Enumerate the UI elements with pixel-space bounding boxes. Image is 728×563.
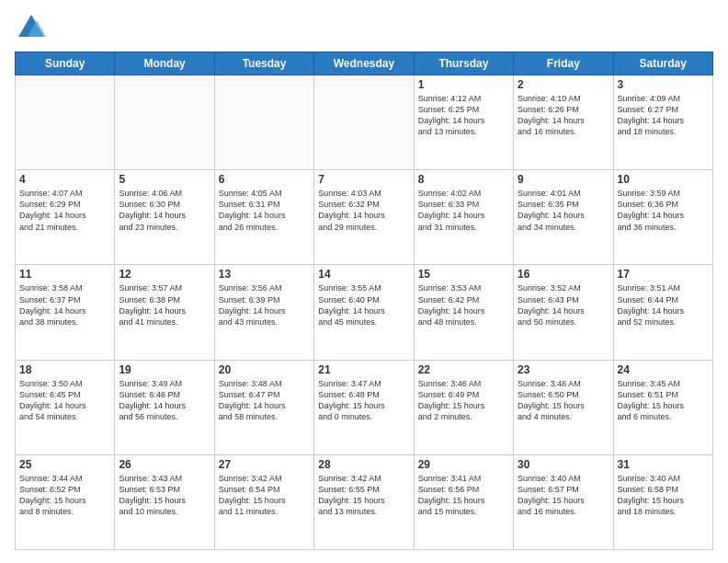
day-header-thursday: Thursday	[414, 52, 513, 75]
day-cell: 2Sunrise: 4:10 AM Sunset: 6:26 PM Daylig…	[514, 75, 613, 170]
day-info: Sunrise: 4:09 AM Sunset: 6:27 PM Dayligh…	[618, 93, 709, 138]
day-number: 16	[518, 268, 609, 281]
day-number: 30	[518, 458, 609, 471]
day-cell: 15Sunrise: 3:53 AM Sunset: 6:42 PM Dayli…	[414, 265, 513, 360]
day-number: 26	[119, 458, 210, 471]
day-number: 18	[19, 363, 110, 376]
day-number: 19	[119, 363, 210, 376]
day-number: 3	[618, 78, 709, 91]
day-number: 31	[618, 458, 709, 471]
day-info: Sunrise: 3:42 AM Sunset: 6:55 PM Dayligh…	[318, 473, 409, 518]
day-cell: 3Sunrise: 4:09 AM Sunset: 6:27 PM Daylig…	[613, 75, 712, 170]
day-info: Sunrise: 4:06 AM Sunset: 6:30 PM Dayligh…	[119, 188, 210, 233]
day-cell: 5Sunrise: 4:06 AM Sunset: 6:30 PM Daylig…	[115, 170, 214, 265]
day-cell: 24Sunrise: 3:45 AM Sunset: 6:51 PM Dayli…	[613, 360, 712, 454]
day-cell: 21Sunrise: 3:47 AM Sunset: 6:48 PM Dayli…	[314, 360, 414, 454]
day-cell: 10Sunrise: 3:59 AM Sunset: 6:36 PM Dayli…	[613, 170, 712, 265]
calendar-header: SundayMondayTuesdayWednesdayThursdayFrid…	[16, 52, 713, 75]
day-header-tuesday: Tuesday	[214, 52, 313, 75]
day-info: Sunrise: 3:50 AM Sunset: 6:45 PM Dayligh…	[19, 378, 110, 423]
day-number: 7	[318, 173, 409, 186]
day-number: 14	[318, 268, 409, 281]
day-info: Sunrise: 3:41 AM Sunset: 6:56 PM Dayligh…	[418, 473, 509, 518]
day-cell: 29Sunrise: 3:41 AM Sunset: 6:56 PM Dayli…	[414, 454, 513, 549]
day-info: Sunrise: 3:55 AM Sunset: 6:40 PM Dayligh…	[318, 282, 409, 327]
day-number: 20	[219, 363, 310, 376]
day-info: Sunrise: 3:47 AM Sunset: 6:48 PM Dayligh…	[318, 378, 409, 423]
day-number: 27	[219, 458, 310, 471]
day-cell: 22Sunrise: 3:46 AM Sunset: 6:49 PM Dayli…	[414, 360, 513, 454]
day-cell: 31Sunrise: 3:40 AM Sunset: 6:58 PM Dayli…	[613, 454, 712, 549]
day-cell: 16Sunrise: 3:52 AM Sunset: 6:43 PM Dayli…	[514, 265, 613, 360]
day-info: Sunrise: 3:51 AM Sunset: 6:44 PM Dayligh…	[618, 282, 709, 327]
day-cell: 18Sunrise: 3:50 AM Sunset: 6:45 PM Dayli…	[16, 360, 115, 454]
day-cell: 23Sunrise: 3:46 AM Sunset: 6:50 PM Dayli…	[514, 360, 613, 454]
day-info: Sunrise: 4:12 AM Sunset: 6:25 PM Dayligh…	[418, 93, 509, 138]
day-info: Sunrise: 3:59 AM Sunset: 6:36 PM Dayligh…	[618, 188, 709, 233]
day-info: Sunrise: 3:45 AM Sunset: 6:51 PM Dayligh…	[618, 378, 709, 423]
day-cell: 9Sunrise: 4:01 AM Sunset: 6:35 PM Daylig…	[514, 170, 613, 265]
day-number: 23	[518, 363, 609, 376]
day-number: 12	[119, 268, 210, 281]
day-info: Sunrise: 3:57 AM Sunset: 6:38 PM Dayligh…	[119, 282, 210, 327]
day-cell: 1Sunrise: 4:12 AM Sunset: 6:25 PM Daylig…	[414, 75, 513, 170]
day-header-monday: Monday	[115, 52, 214, 75]
day-number: 4	[19, 173, 110, 186]
week-row-4: 18Sunrise: 3:50 AM Sunset: 6:45 PM Dayli…	[16, 360, 713, 454]
day-info: Sunrise: 3:56 AM Sunset: 6:39 PM Dayligh…	[219, 282, 310, 327]
day-number: 25	[19, 458, 110, 471]
day-info: Sunrise: 3:52 AM Sunset: 6:43 PM Dayligh…	[518, 282, 609, 327]
day-number: 9	[518, 173, 609, 186]
day-info: Sunrise: 3:53 AM Sunset: 6:42 PM Dayligh…	[418, 282, 509, 327]
day-number: 13	[219, 268, 310, 281]
day-info: Sunrise: 3:40 AM Sunset: 6:57 PM Dayligh…	[518, 473, 609, 518]
header	[15, 11, 713, 44]
week-row-3: 11Sunrise: 3:58 AM Sunset: 6:37 PM Dayli…	[16, 265, 713, 360]
calendar-body: 1Sunrise: 4:12 AM Sunset: 6:25 PM Daylig…	[16, 75, 713, 550]
day-info: Sunrise: 3:46 AM Sunset: 6:49 PM Dayligh…	[418, 378, 509, 423]
logo-icon	[15, 11, 48, 44]
day-header-saturday: Saturday	[613, 52, 712, 75]
day-info: Sunrise: 3:44 AM Sunset: 6:52 PM Dayligh…	[19, 473, 110, 518]
calendar-table: SundayMondayTuesdayWednesdayThursdayFrid…	[15, 52, 713, 550]
day-cell: 30Sunrise: 3:40 AM Sunset: 6:57 PM Dayli…	[514, 454, 613, 549]
day-info: Sunrise: 4:02 AM Sunset: 6:33 PM Dayligh…	[418, 188, 509, 233]
day-info: Sunrise: 3:48 AM Sunset: 6:47 PM Dayligh…	[219, 378, 310, 423]
day-cell: 4Sunrise: 4:07 AM Sunset: 6:29 PM Daylig…	[16, 170, 115, 265]
day-header-wednesday: Wednesday	[314, 52, 414, 75]
day-cell: 12Sunrise: 3:57 AM Sunset: 6:38 PM Dayli…	[115, 265, 214, 360]
day-cell: 26Sunrise: 3:43 AM Sunset: 6:53 PM Dayli…	[115, 454, 214, 549]
day-info: Sunrise: 4:10 AM Sunset: 6:26 PM Dayligh…	[518, 93, 609, 138]
day-cell: 20Sunrise: 3:48 AM Sunset: 6:47 PM Dayli…	[214, 360, 313, 454]
day-cell: 8Sunrise: 4:02 AM Sunset: 6:33 PM Daylig…	[414, 170, 513, 265]
day-number: 1	[418, 78, 509, 91]
page: SundayMondayTuesdayWednesdayThursdayFrid…	[0, 0, 728, 563]
day-cell: 14Sunrise: 3:55 AM Sunset: 6:40 PM Dayli…	[314, 265, 414, 360]
day-number: 5	[119, 173, 210, 186]
day-info: Sunrise: 3:58 AM Sunset: 6:37 PM Dayligh…	[19, 282, 110, 327]
day-number: 6	[219, 173, 310, 186]
day-cell: 17Sunrise: 3:51 AM Sunset: 6:44 PM Dayli…	[613, 265, 712, 360]
day-number: 2	[518, 78, 609, 91]
day-cell: 13Sunrise: 3:56 AM Sunset: 6:39 PM Dayli…	[214, 265, 313, 360]
week-row-2: 4Sunrise: 4:07 AM Sunset: 6:29 PM Daylig…	[16, 170, 713, 265]
day-number: 28	[318, 458, 409, 471]
day-number: 10	[618, 173, 709, 186]
day-cell: 27Sunrise: 3:42 AM Sunset: 6:54 PM Dayli…	[214, 454, 313, 549]
day-cell: 25Sunrise: 3:44 AM Sunset: 6:52 PM Dayli…	[16, 454, 115, 549]
day-cell: 28Sunrise: 3:42 AM Sunset: 6:55 PM Dayli…	[314, 454, 414, 549]
week-row-5: 25Sunrise: 3:44 AM Sunset: 6:52 PM Dayli…	[16, 454, 713, 549]
day-number: 29	[418, 458, 509, 471]
day-info: Sunrise: 4:07 AM Sunset: 6:29 PM Dayligh…	[19, 188, 110, 233]
day-cell	[214, 75, 313, 170]
day-info: Sunrise: 3:49 AM Sunset: 6:46 PM Dayligh…	[119, 378, 210, 423]
day-cell: 7Sunrise: 4:03 AM Sunset: 6:32 PM Daylig…	[314, 170, 414, 265]
day-info: Sunrise: 3:46 AM Sunset: 6:50 PM Dayligh…	[518, 378, 609, 423]
day-number: 24	[618, 363, 709, 376]
day-number: 15	[418, 268, 509, 281]
day-cell: 19Sunrise: 3:49 AM Sunset: 6:46 PM Dayli…	[115, 360, 214, 454]
day-cell: 11Sunrise: 3:58 AM Sunset: 6:37 PM Dayli…	[16, 265, 115, 360]
day-info: Sunrise: 3:42 AM Sunset: 6:54 PM Dayligh…	[219, 473, 310, 518]
day-info: Sunrise: 4:05 AM Sunset: 6:31 PM Dayligh…	[219, 188, 310, 233]
day-cell	[115, 75, 214, 170]
